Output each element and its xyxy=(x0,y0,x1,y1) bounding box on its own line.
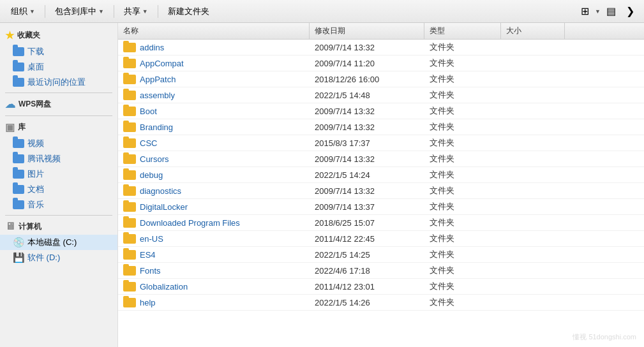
file-name: Boot xyxy=(140,107,157,116)
folder-icon xyxy=(123,122,136,132)
file-type: 文件夹 xyxy=(424,103,501,119)
file-type: 文件夹 xyxy=(424,215,501,230)
sidebar-item-tencent[interactable]: 腾讯视频 xyxy=(0,151,117,166)
file-type: 文件夹 xyxy=(424,119,501,135)
file-name: en-US xyxy=(140,234,163,244)
folder-icon xyxy=(123,298,136,307)
video-folder-icon xyxy=(13,138,24,149)
file-name-cell: DigitalLocker xyxy=(118,200,310,214)
table-row[interactable]: en-US2011/4/12 22:45文件夹 xyxy=(118,231,644,247)
file-name: AppCompat xyxy=(140,59,184,68)
organize-label: 组织 xyxy=(11,6,27,17)
file-name: Downloaded Program Files xyxy=(140,218,240,228)
toolbar-separator-2 xyxy=(114,5,114,18)
folder-icon xyxy=(123,202,136,212)
sidebar-item-video[interactable]: 视频 xyxy=(0,136,117,151)
file-size xyxy=(501,253,565,256)
music-label: 音乐 xyxy=(27,199,44,210)
include-library-chevron: ▼ xyxy=(98,8,104,15)
file-name: DigitalLocker xyxy=(140,202,188,212)
local-disk-label: 本地磁盘 (C:) xyxy=(27,237,77,248)
table-row[interactable]: Boot2009/7/14 13:32文件夹 xyxy=(118,103,644,119)
file-modified: 2022/1/5 14:26 xyxy=(310,296,424,309)
include-library-button[interactable]: 包含到库中 ▼ xyxy=(49,3,110,20)
include-library-label: 包含到库中 xyxy=(55,6,96,17)
sidebar-item-music[interactable]: 音乐 xyxy=(0,197,117,212)
sidebar-section-wps: ☁ WPS网盘 xyxy=(0,96,117,113)
organize-button[interactable]: 组织 ▼ xyxy=(5,3,41,20)
file-name-cell: ES4 xyxy=(118,248,310,262)
col-size[interactable]: 大小 xyxy=(501,23,565,39)
table-row[interactable]: Downloaded Program Files2018/6/25 15:07文… xyxy=(118,215,644,231)
library-label: 库 xyxy=(18,122,26,133)
file-name-cell: en-US xyxy=(118,232,310,246)
sidebar-item-picture[interactable]: 图片 xyxy=(0,166,117,182)
share-button[interactable]: 共享 ▼ xyxy=(118,3,154,20)
col-name[interactable]: 名称 xyxy=(118,23,310,39)
folder-icon xyxy=(123,282,136,292)
folder-icon xyxy=(123,107,136,116)
file-name-cell: Globalization xyxy=(118,280,310,293)
file-modified: 2009/7/14 13:32 xyxy=(310,152,424,166)
col-type[interactable]: 类型 xyxy=(424,23,501,39)
table-row[interactable]: addins2009/7/14 13:32文件夹 xyxy=(118,40,644,55)
table-row[interactable]: Branding2009/7/14 13:32文件夹 xyxy=(118,119,644,135)
col-modified[interactable]: 修改日期 xyxy=(310,23,424,39)
sidebar-item-doc[interactable]: 文档 xyxy=(0,182,117,197)
sidebar-section-computer: 🖥 计算机 💿 本地磁盘 (C:) 💾 软件 (D:) xyxy=(0,218,117,265)
share-chevron: ▼ xyxy=(142,8,148,15)
file-modified: 2009/7/14 13:32 xyxy=(310,184,424,198)
view-pane-button[interactable]: ▤ xyxy=(602,3,620,20)
sidebar-item-download[interactable]: 下载 xyxy=(0,44,117,59)
file-name-cell: help xyxy=(118,296,310,309)
sidebar: ★ 收藏夹 下载 桌面 最近访问的位置 xyxy=(0,23,118,347)
sidebar-item-software-disk[interactable]: 💾 软件 (D:) xyxy=(0,250,117,265)
file-modified: 2009/7/14 11:20 xyxy=(310,57,424,70)
table-row[interactable]: DigitalLocker2009/7/14 13:37文件夹 xyxy=(118,199,644,215)
download-folder-icon xyxy=(13,46,24,57)
desktop-label: 桌面 xyxy=(27,61,44,73)
file-type: 文件夹 xyxy=(424,167,501,182)
table-row[interactable]: Fonts2022/4/6 17:18文件夹 xyxy=(118,263,644,279)
table-row[interactable]: ES42022/1/5 14:25文件夹 xyxy=(118,247,644,263)
software-disk-icon: 💾 xyxy=(13,252,24,263)
view-chevron: ▼ xyxy=(595,8,601,15)
sidebar-item-recent[interactable]: 最近访问的位置 xyxy=(0,75,117,90)
back-icon: ❯ xyxy=(626,5,634,17)
new-folder-button[interactable]: 新建文件夹 xyxy=(162,3,215,20)
library-header[interactable]: ▣ 库 xyxy=(0,119,117,136)
download-label: 下载 xyxy=(27,46,44,57)
table-row[interactable]: Globalization2011/4/12 23:01文件夹 xyxy=(118,279,644,295)
file-size xyxy=(501,45,565,49)
sidebar-item-desktop[interactable]: 桌面 xyxy=(0,59,117,75)
file-list: addins2009/7/14 13:32文件夹AppCompat2009/7/… xyxy=(118,40,644,311)
file-type: 文件夹 xyxy=(424,231,501,246)
table-row[interactable]: debug2022/1/5 14:24文件夹 xyxy=(118,167,644,183)
table-row[interactable]: AppCompat2009/7/14 11:20文件夹 xyxy=(118,55,644,71)
watermark: 懂视 51dongshi.com xyxy=(573,332,636,342)
new-folder-label: 新建文件夹 xyxy=(168,6,209,17)
wps-header[interactable]: ☁ WPS网盘 xyxy=(0,96,117,113)
table-row[interactable]: Cursors2009/7/14 13:32文件夹 xyxy=(118,151,644,167)
table-row[interactable]: diagnostics2009/7/14 13:32文件夹 xyxy=(118,183,644,199)
table-row[interactable]: AppPatch2018/12/26 16:00文件夹 xyxy=(118,71,644,87)
sidebar-item-local-disk[interactable]: 💿 本地磁盘 (C:) xyxy=(0,235,117,250)
favorites-header[interactable]: ★ 收藏夹 xyxy=(0,27,117,44)
folder-icon xyxy=(123,170,136,180)
computer-header[interactable]: 🖥 计算机 xyxy=(0,218,117,235)
view-grid-button[interactable]: ⊞ xyxy=(576,3,594,20)
star-icon: ★ xyxy=(5,29,14,41)
share-label: 共享 xyxy=(124,6,140,17)
view-back-button[interactable]: ❯ xyxy=(621,3,639,20)
file-name-cell: AppCompat xyxy=(118,57,310,70)
table-row[interactable]: CSC2015/8/3 17:37文件夹 xyxy=(118,135,644,151)
toolbar-separator-1 xyxy=(45,5,45,18)
table-row[interactable]: assembly2022/1/5 14:48文件夹 xyxy=(118,87,644,103)
table-row[interactable]: help2022/1/5 14:26文件夹 xyxy=(118,295,644,311)
file-type: 文件夹 xyxy=(424,40,501,55)
file-name: debug xyxy=(140,170,163,180)
file-modified: 2018/6/25 15:07 xyxy=(310,216,424,230)
doc-folder-icon xyxy=(13,184,24,195)
file-size xyxy=(501,189,565,193)
pane-icon: ▤ xyxy=(606,5,616,17)
